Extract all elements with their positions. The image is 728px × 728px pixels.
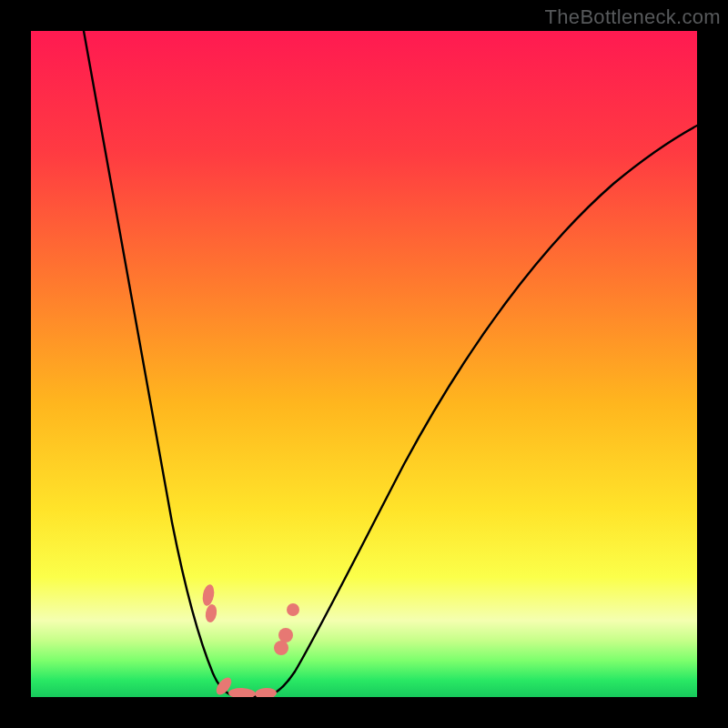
data-mark-3: [278, 628, 293, 642]
plot-svg: [31, 31, 697, 697]
watermark-text: TheBottleneck.com: [545, 5, 721, 29]
plot-area: [31, 31, 697, 697]
frame-border-left: [0, 0, 31, 728]
frame-border-right: [697, 0, 728, 728]
gradient-background: [31, 31, 697, 697]
data-mark-2: [287, 603, 299, 616]
chart-stage: TheBottleneck.com: [0, 0, 728, 728]
data-mark-4: [274, 641, 288, 655]
frame-border-bottom: [0, 697, 728, 728]
